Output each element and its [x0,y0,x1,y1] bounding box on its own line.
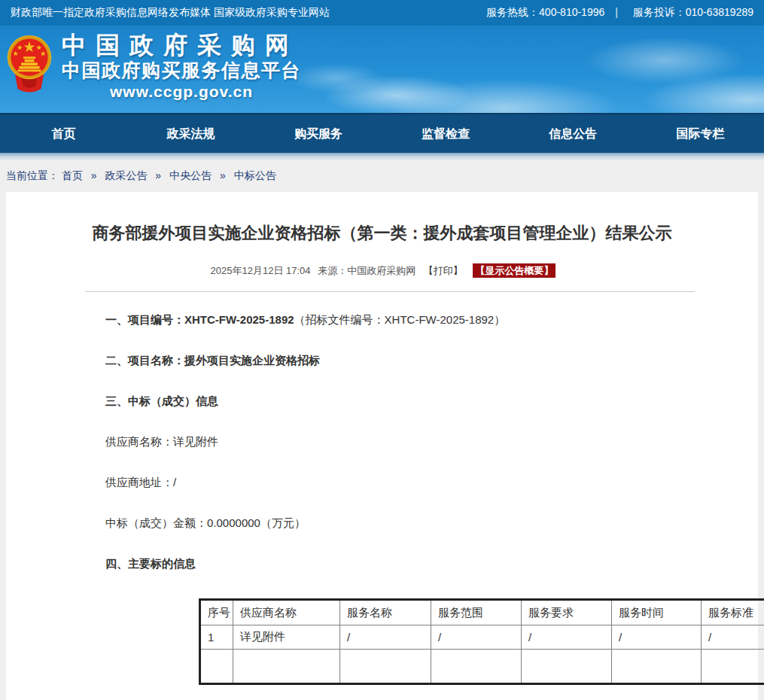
breadcrumb-zhengcai[interactable]: 政采公告 [105,169,147,181]
breadcrumb-band: 当前位置： 首页 » 政采公告 » 中央公告 » 中标公告 [0,153,764,192]
paragraph-regular-text: 供应商名称：详见附件 [105,435,218,448]
nav-item-regulations[interactable]: 政采法规 [127,114,254,153]
site-logo[interactable]: 中国政府采购网 中国政府购买服务信息平台 www.ccgp.gov.cn [6,32,301,102]
table-cell [522,650,612,684]
logo-text: 中国政府采购网 中国政府购买服务信息平台 www.ccgp.gov.cn [62,32,301,102]
article-meta: 2025年12月12日 17:04 来源：中国政府采购网 【打印】 【显示公告概… [6,264,758,278]
breadcrumb-home[interactable]: 首页 [62,169,83,181]
paragraph-bold-text: 二、项目名称：援外项目实施企业资格招标 [105,354,320,367]
paragraph-bold-text: 三、中标（成交）信息 [105,394,218,407]
table-cell [340,650,431,684]
nav-item-international[interactable]: 国际专栏 [637,114,764,153]
topbar-contacts: 服务热线：400-810-1996 | 服务投诉：010-63819289 [482,6,753,20]
main-nav: 首页 政采法规 购买服务 监督检查 信息公告 国际专栏 [0,113,764,153]
nav-item-supervision[interactable]: 监督检查 [382,114,510,153]
paragraph-project-number: 一、项目编号：XHTC-FW-2025-1892（招标文件编号：XHTC-FW-… [105,314,758,326]
publish-datetime: 2025年12月12日 17:04 [211,265,311,276]
table-cell [233,650,340,684]
breadcrumb-separator: » [91,169,97,181]
column-header: 服务名称 [340,600,431,625]
site-title: 中国政府采购网 [62,32,301,59]
nav-item-announcements[interactable]: 信息公告 [510,114,637,153]
paragraph-supplier-name: 供应商名称：详见附件 [105,436,758,448]
table-cell: 1 [200,625,233,650]
service-complaint: 服务投诉：010-63819289 [633,6,753,18]
column-header: 服务标准 [702,600,764,625]
column-header: 序号 [200,600,233,625]
breadcrumb-separator: » [220,169,226,181]
service-hotline: 服务热线：400-810-1996 [486,6,604,18]
paragraph-bold-text: 一、项目编号：XHTC-FW-2025-1892 [105,313,294,326]
show-summary-button[interactable]: 【显示公告概要】 [473,263,555,278]
paragraph-supplier-address: 供应商地址：/ [105,476,758,488]
column-header: 服务要求 [522,600,612,625]
paragraph-bold-text: 四、主要标的信息 [105,557,196,570]
paragraph-regular-text: 中标（成交）金额：0.0000000（万元） [105,516,306,529]
site-header: 中国政府采购网 中国政府购买服务信息平台 www.ccgp.gov.cn [0,26,764,113]
breadcrumb-award[interactable]: 中标公告 [234,169,276,181]
table-cell [702,650,764,684]
column-header: 供应商名称 [233,600,340,625]
nav-item-home[interactable]: 首页 [0,114,127,153]
table-cell: / [340,625,431,650]
breadcrumb-central[interactable]: 中央公告 [169,169,212,181]
subject-info-table: 序号 供应商名称 服务名称 服务范围 服务要求 服务时间 服务标准 1 详见附件… [199,598,764,685]
table-cell: / [702,625,764,650]
table-cell: 详见附件 [233,625,340,650]
paragraph-award-info: 三、中标（成交）信息 [105,395,758,407]
divider-line [85,291,695,292]
print-button[interactable]: 【打印】 [424,265,463,276]
table-row: 1 详见附件 / / / / / [200,625,764,650]
table-cell [200,650,233,684]
article-body: 一、项目编号：XHTC-FW-2025-1892（招标文件编号：XHTC-FW-… [105,314,758,685]
column-header: 服务时间 [612,600,702,625]
table-cell: / [522,625,612,650]
topbar: 财政部唯一指定政府采购信息网络发布媒体 国家级政府采购专业网站 服务热线：400… [0,0,764,26]
source-label: 来源：中国政府采购网 [318,265,415,276]
table-cell [431,650,522,684]
nav-item-purchase-services[interactable]: 购买服务 [254,114,382,153]
column-header: 服务范围 [431,600,522,625]
topbar-divider: | [615,6,618,18]
breadcrumb-prefix: 当前位置： [6,169,59,181]
table-cell: / [612,625,702,650]
breadcrumb-separator: » [155,169,161,181]
paragraph-regular-text: 供应商地址：/ [105,476,176,488]
announcement-card: 商务部援外项目实施企业资格招标（第一类：援外成套项目管理企业）结果公示 2025… [6,192,758,700]
breadcrumb: 当前位置： 首页 » 政采公告 » 中央公告 » 中标公告 [6,169,276,183]
paragraph-regular-text: （招标文件编号：XHTC-FW-2025-1892） [294,313,506,326]
table-header-row: 序号 供应商名称 服务名称 服务范围 服务要求 服务时间 服务标准 [200,600,764,625]
table-row [200,650,764,684]
site-url: www.ccgp.gov.cn [62,82,301,102]
paragraph-award-amount: 中标（成交）金额：0.0000000（万元） [105,517,758,529]
paragraph-project-name: 二、项目名称：援外项目实施企业资格招标 [105,355,758,367]
table-cell: / [431,625,522,650]
table-cell [612,650,702,684]
paragraph-main-subject: 四、主要标的信息 [105,558,758,570]
site-slogan: 财政部唯一指定政府采购信息网络发布媒体 国家级政府采购专业网站 [11,6,330,20]
national-emblem-icon [6,33,53,98]
page-title: 商务部援外项目实施企业资格招标（第一类：援外成套项目管理企业）结果公示 [36,222,728,245]
site-subtitle: 中国政府购买服务信息平台 [62,59,301,82]
